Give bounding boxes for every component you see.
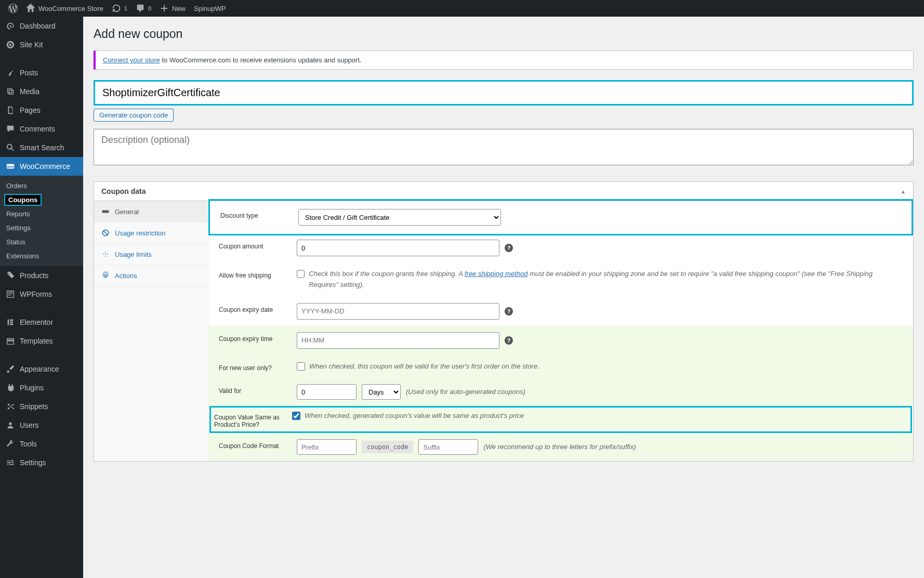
sub-settings[interactable]: Settings bbox=[0, 221, 83, 235]
sidebar-item-plugins[interactable]: Plugins bbox=[0, 378, 83, 397]
home-icon bbox=[26, 4, 35, 13]
sidebar-item-elementor[interactable]: Elementor bbox=[0, 313, 83, 332]
row-expiry-date: Coupon expiry date ? bbox=[208, 297, 913, 326]
label-same-as-price: Coupon Value Same as Product's Price? bbox=[214, 411, 292, 428]
sidebar-item-templates[interactable]: Templates bbox=[0, 332, 83, 350]
label-code-format: Coupon Code Format bbox=[219, 439, 297, 450]
free-shipping-checkbox[interactable] bbox=[297, 270, 305, 278]
label-valid-for: Valid for bbox=[219, 384, 297, 395]
connect-link[interactable]: Connect your store bbox=[103, 56, 160, 64]
coupon-amount-input[interactable] bbox=[297, 240, 499, 256]
sidebar-item-snippets[interactable]: Snippets bbox=[0, 397, 83, 416]
ban-icon bbox=[101, 229, 110, 237]
wpforms-icon bbox=[5, 289, 16, 299]
new-link[interactable]: New bbox=[155, 0, 190, 17]
row-new-user: For new user only? When checked, this co… bbox=[208, 355, 913, 378]
label-new-user: For new user only? bbox=[219, 361, 297, 372]
sidebar-item-label: WooCommerce bbox=[20, 162, 70, 170]
sub-reports[interactable]: Reports bbox=[0, 207, 83, 221]
sidebar-item-appearance[interactable]: Appearance bbox=[0, 360, 83, 378]
notice-text: to WooCommerce.com to receive extensions… bbox=[160, 56, 362, 64]
new-user-checkbox[interactable] bbox=[297, 362, 305, 371]
comment-icon bbox=[136, 4, 145, 13]
tab-usage-restriction[interactable]: Usage restriction bbox=[94, 222, 208, 244]
sub-orders[interactable]: Orders bbox=[0, 179, 83, 193]
wordpress-icon bbox=[8, 4, 18, 13]
sidebar-item-pages[interactable]: Pages bbox=[0, 101, 83, 120]
sidebar-item-settings[interactable]: Settings bbox=[0, 453, 83, 472]
woo-submenu: Orders Coupons Reports Settings Status E… bbox=[0, 176, 83, 266]
coupon-code-input[interactable] bbox=[94, 80, 914, 106]
sidebar-item-label: Posts bbox=[20, 69, 38, 77]
sidebar-item-users[interactable]: Users bbox=[0, 416, 83, 435]
sidebar-item-comments[interactable]: Comments bbox=[0, 120, 83, 138]
gear-icon bbox=[101, 271, 110, 280]
sidebar-item-woocommerce[interactable]: wooWooCommerce bbox=[0, 157, 83, 176]
valid-for-unit-select[interactable]: Days bbox=[362, 384, 401, 400]
help-icon[interactable]: ? bbox=[505, 307, 513, 316]
sub-extensions[interactable]: Extensions bbox=[0, 249, 83, 263]
sidebar-item-label: Comments bbox=[20, 125, 55, 133]
free-shipping-link[interactable]: free shipping method bbox=[465, 270, 527, 278]
sidebar-item-sitekit[interactable]: Site Kit bbox=[0, 35, 83, 54]
valid-for-input[interactable] bbox=[297, 384, 357, 400]
description-input[interactable] bbox=[94, 129, 914, 165]
spinup-label: SpinupWP bbox=[194, 5, 226, 12]
updates-link[interactable]: 1 bbox=[108, 0, 131, 17]
row-code-format: Coupon Code Format coupon_code (We recom… bbox=[208, 433, 913, 461]
collapse-toggle[interactable]: ▲ bbox=[901, 189, 906, 194]
tab-actions[interactable]: Actions bbox=[94, 265, 208, 286]
free-shipping-note: Check this box if the coupon grants free… bbox=[309, 269, 903, 291]
prefix-input[interactable] bbox=[297, 439, 357, 455]
svg-line-3 bbox=[103, 231, 108, 235]
sidebar-item-tools[interactable]: Tools bbox=[0, 435, 83, 453]
sidebar-item-dashboard[interactable]: Dashboard bbox=[0, 17, 83, 35]
sub-status[interactable]: Status bbox=[0, 235, 83, 249]
row-valid-for: Valid for Days (Used only for auto-gener… bbox=[208, 378, 913, 406]
sidebar-item-label: Users bbox=[20, 421, 39, 429]
site-name: WooCommerce Store bbox=[38, 5, 103, 12]
ticket-icon bbox=[101, 207, 110, 216]
expiry-date-input[interactable] bbox=[297, 303, 499, 320]
sub-coupons[interactable]: Coupons bbox=[4, 194, 42, 206]
products-icon bbox=[5, 270, 16, 281]
sidebar-item-label: WPForms bbox=[20, 290, 52, 298]
wp-logo[interactable] bbox=[4, 0, 22, 17]
sidebar-item-posts[interactable]: Posts bbox=[0, 63, 83, 82]
sidebar-item-smartsearch[interactable]: Smart Search bbox=[0, 138, 83, 157]
sidebar-item-label: Elementor bbox=[20, 318, 53, 326]
scissors-icon bbox=[5, 401, 16, 412]
spinup-link[interactable]: SpinupWP bbox=[190, 0, 230, 17]
site-link[interactable]: WooCommerce Store bbox=[22, 0, 108, 17]
woo-icon: woo bbox=[5, 161, 16, 172]
discount-type-select[interactable]: Store Credit / Gift Certificate bbox=[298, 209, 501, 226]
generate-code-button[interactable]: Generate coupon code bbox=[94, 109, 174, 122]
update-count: 1 bbox=[124, 5, 127, 11]
row-expiry-time: Coupon expiry time ? bbox=[208, 326, 913, 355]
sidebar-item-label: Tools bbox=[20, 440, 37, 448]
media-icon bbox=[5, 86, 16, 97]
row-discount-type: Discount type Store Credit / Gift Certif… bbox=[210, 203, 906, 232]
sidebar-item-products[interactable]: Products bbox=[0, 266, 83, 285]
tab-general[interactable]: General bbox=[94, 201, 208, 222]
same-as-price-checkbox[interactable] bbox=[292, 412, 300, 420]
comments-link[interactable]: 0 bbox=[131, 0, 155, 17]
comment-count: 0 bbox=[148, 5, 151, 11]
expiry-time-input[interactable] bbox=[297, 332, 499, 349]
panel-content: Discount type Store Credit / Gift Certif… bbox=[208, 201, 913, 461]
search-icon bbox=[5, 142, 16, 153]
comment-icon bbox=[5, 124, 16, 134]
elementor-icon bbox=[5, 317, 16, 327]
wrench-icon bbox=[5, 439, 16, 449]
label-expiry-date: Coupon expiry date bbox=[219, 303, 297, 313]
help-icon[interactable]: ? bbox=[505, 336, 513, 345]
suffix-input[interactable] bbox=[418, 439, 478, 455]
label-discount-type: Discount type bbox=[220, 209, 298, 219]
help-icon[interactable]: ? bbox=[505, 244, 513, 252]
sidebar-item-media[interactable]: Media bbox=[0, 82, 83, 101]
sidebar-item-wpforms[interactable]: WPForms bbox=[0, 285, 83, 304]
sidebar-item-label: Plugins bbox=[20, 384, 44, 392]
label-expiry-time: Coupon expiry time bbox=[219, 332, 297, 343]
tab-usage-limits[interactable]: Usage limits bbox=[94, 244, 208, 265]
new-user-note: When checked, this coupon will be valid … bbox=[309, 361, 539, 372]
